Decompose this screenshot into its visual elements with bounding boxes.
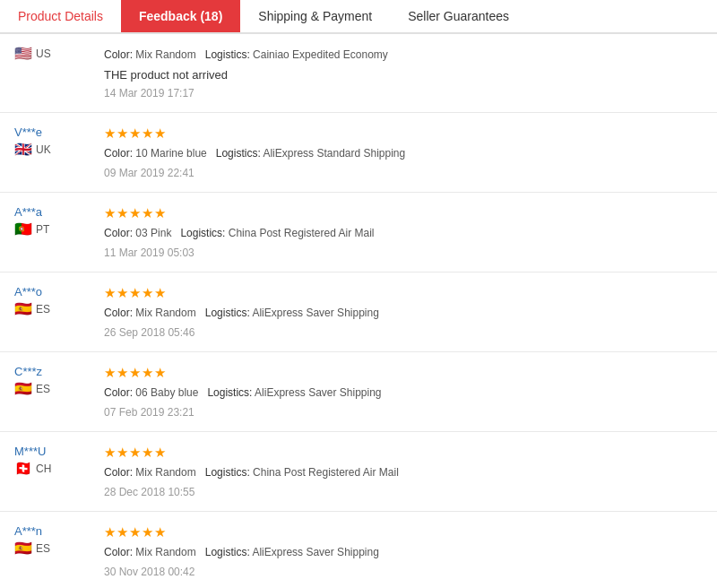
review-date: 07 Feb 2019 23:21 (104, 406, 703, 419)
review-meta: Color: Mix Random Logistics: AliExpress … (104, 544, 703, 560)
star-filled: ★ (117, 365, 128, 381)
color-label: Color: (104, 48, 133, 61)
review-col: ★★★★★Color: 06 Baby blue Logistics: AliE… (104, 365, 703, 419)
country-row: 🇪🇸ES (14, 382, 50, 396)
review-meta: Color: Mix Random Logistics: Cainiao Exp… (104, 47, 703, 63)
country-row: 🇪🇸ES (14, 302, 50, 316)
username[interactable]: A***n (14, 524, 42, 538)
country-row: 🇪🇸ES (14, 541, 50, 556)
user-col: A***n🇪🇸ES (14, 524, 104, 556)
logistics-label: Logistics: (216, 147, 261, 160)
star-filled: ★ (154, 524, 166, 540)
star-filled: ★ (117, 524, 128, 540)
review-meta: Color: 10 Marine blue Logistics: AliExpr… (104, 145, 703, 161)
country-code: ES (36, 542, 50, 555)
user-col: M***U🇨🇭CH (14, 445, 104, 476)
country-code: ES (36, 383, 50, 395)
feedback-row: C***z🇪🇸ES★★★★★Color: 06 Baby blue Logist… (0, 352, 717, 432)
country-row: 🇵🇹PT (14, 222, 49, 237)
color-label: Color: (104, 386, 133, 399)
star-filled: ★ (104, 524, 116, 540)
star-filled: ★ (117, 205, 128, 221)
tab-navigation: Product DetailsFeedback (18)Shipping & P… (0, 0, 717, 34)
country-code: ES (36, 303, 50, 316)
country-flag: 🇪🇸 (14, 382, 32, 396)
feedback-row: 🇺🇸USColor: Mix Random Logistics: Cainiao… (0, 34, 717, 113)
star-rating: ★★★★★ (104, 125, 703, 142)
star-filled: ★ (154, 125, 166, 142)
star-filled: ★ (142, 125, 153, 142)
review-col: ★★★★★Color: 03 Pink Logistics: China Pos… (104, 205, 703, 259)
star-rating: ★★★★★ (104, 285, 703, 301)
review-col: ★★★★★Color: Mix Random Logistics: AliExp… (104, 524, 703, 578)
logistics-label: Logistics: (205, 48, 250, 61)
country-code: PT (36, 223, 49, 236)
review-date: 26 Sep 2018 05:46 (104, 326, 703, 339)
user-col: C***z🇪🇸ES (14, 365, 104, 396)
country-code: CH (36, 463, 51, 475)
tab-feedback[interactable]: Feedback (18) (121, 0, 240, 32)
star-filled: ★ (129, 365, 141, 381)
star-filled: ★ (142, 445, 153, 461)
user-col: A***a🇵🇹PT (14, 205, 104, 237)
review-date: 09 Mar 2019 22:41 (104, 167, 703, 179)
country-flag: 🇵🇹 (14, 222, 32, 237)
star-filled: ★ (142, 365, 153, 381)
country-flag: 🇬🇧 (14, 143, 32, 157)
country-row: 🇨🇭CH (14, 462, 51, 476)
feedback-row: A***a🇵🇹PT★★★★★Color: 03 Pink Logistics: … (0, 193, 717, 272)
color-label: Color: (104, 466, 133, 479)
star-rating: ★★★★★ (104, 445, 703, 461)
tab-shipping-payment[interactable]: Shipping & Payment (240, 0, 390, 32)
country-flag: 🇨🇭 (14, 462, 32, 476)
color-label: Color: (104, 147, 133, 160)
username[interactable]: V***e (14, 125, 42, 139)
color-label: Color: (104, 307, 133, 319)
star-filled: ★ (154, 445, 166, 461)
star-filled: ★ (154, 285, 166, 301)
logistics-label: Logistics: (207, 386, 252, 399)
review-col: ★★★★★Color: 10 Marine blue Logistics: Al… (104, 125, 703, 179)
logistics-label: Logistics: (205, 546, 250, 558)
review-date: 28 Dec 2018 10:55 (104, 486, 703, 498)
review-col: ★★★★★Color: Mix Random Logistics: AliExp… (104, 285, 703, 339)
star-filled: ★ (154, 365, 166, 381)
star-filled: ★ (117, 285, 128, 301)
review-date: 11 Mar 2019 05:03 (104, 246, 703, 259)
review-meta: Color: 03 Pink Logistics: China Post Reg… (104, 225, 703, 241)
username[interactable]: M***U (14, 445, 46, 458)
star-filled: ★ (117, 445, 128, 461)
logistics-label: Logistics: (180, 227, 225, 239)
review-date: 14 Mar 2019 17:17 (104, 87, 703, 99)
star-filled: ★ (104, 205, 116, 221)
star-filled: ★ (142, 285, 153, 301)
color-label: Color: (104, 227, 133, 239)
tab-seller-guarantees[interactable]: Seller Guarantees (390, 0, 527, 32)
review-meta: Color: Mix Random Logistics: China Post … (104, 464, 703, 480)
username[interactable]: A***a (14, 205, 42, 219)
feedback-row: A***n🇪🇸ES★★★★★Color: Mix Random Logistic… (0, 512, 717, 588)
star-filled: ★ (104, 285, 116, 301)
username[interactable]: C***z (14, 365, 42, 378)
star-filled: ★ (129, 285, 141, 301)
star-rating: ★★★★★ (104, 205, 703, 221)
tab-product-details[interactable]: Product Details (0, 0, 121, 32)
star-filled: ★ (104, 445, 116, 461)
star-filled: ★ (129, 205, 141, 221)
username[interactable]: A***o (14, 285, 42, 298)
user-col: V***e🇬🇧UK (14, 125, 104, 157)
user-col: A***o🇪🇸ES (14, 285, 104, 316)
star-rating: ★★★★★ (104, 524, 703, 540)
logistics-label: Logistics: (205, 466, 250, 479)
star-filled: ★ (154, 205, 166, 221)
user-col: 🇺🇸US (14, 47, 104, 61)
color-label: Color: (104, 546, 133, 558)
star-filled: ★ (142, 524, 153, 540)
review-meta: Color: 06 Baby blue Logistics: AliExpres… (104, 385, 703, 401)
review-col: ★★★★★Color: Mix Random Logistics: China … (104, 445, 703, 498)
star-filled: ★ (104, 365, 116, 381)
country-flag: 🇺🇸 (14, 47, 32, 61)
country-row: 🇺🇸US (14, 47, 51, 61)
star-filled: ★ (129, 125, 141, 142)
star-filled: ★ (104, 125, 116, 142)
